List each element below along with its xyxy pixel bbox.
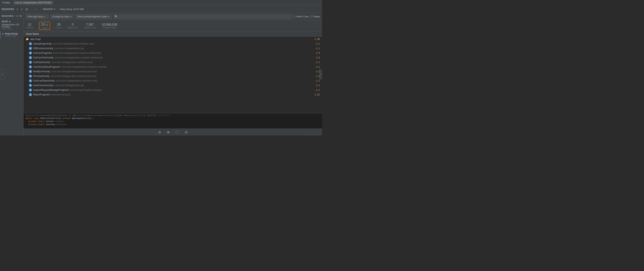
main-content: View app heap ▾ Arrange by class ▾ Show … [24,13,322,136]
count-label: Count [56,27,62,29]
toolbar: SESSIONS + ■ ⊟ ← MEMORY ▾ Heap Dump: 04:… [0,6,322,13]
root-leak-count: ⚠ 29 [314,38,320,41]
content-area: SESSIONS + ■ ⊟ 15:57 obdapplication (JB … [0,13,322,136]
match-case-checkbox-box[interactable] [293,16,296,18]
toolbar-separator [31,7,31,11]
retained-size-stat: 10,566,539 Retained Size [102,23,117,29]
expand-panel-button[interactable]: › [319,70,322,79]
session-item[interactable]: 15:57 obdapplication (JB HT518D) 5 min 7… [0,19,23,31]
collapse-sidebar-button[interactable]: ‹ [0,69,4,80]
leaks-stat: 29 ⚠ Leaks [39,22,50,30]
regex-label: Regex [313,15,320,18]
class-package: (com.bool.obdapplication.gb) [54,84,84,87]
view-app-dropdown[interactable]: View app heap ▾ [26,14,48,19]
session-duration: 5 min 7 sec [2,28,22,30]
item-leak-count: ⚠2 [316,75,320,78]
shallow-size-stat: 7,387 Shallow Size [84,23,96,29]
list-item[interactable]: C CarFaceTestActivity (com.bool.obdappli… [24,55,322,60]
toolbar-separator-2 [40,7,41,11]
stop-icon[interactable]: ■ [16,14,18,18]
class-name: CarScanPlateActivity [33,79,55,82]
view-app-label: View app heap [28,15,43,18]
app-container: Profiler com.b...bdapplication (JB HT518… [0,0,322,136]
list-item[interactable]: C ModifyUrlActivity (com.bool.obdapplica… [24,69,322,74]
shallow-size-value: 7,387 [86,23,94,27]
fit-screen-button[interactable]: ⛶ [174,130,180,135]
list-item[interactable]: C UploadImgActivity (com.bool.obdapplica… [24,42,322,46]
class-name: UploadImgActivity [33,42,52,45]
match-case-checkbox[interactable]: Match Case [293,15,309,18]
class-package: (com.bumptech.glide.manager) [70,89,102,91]
class-package: (com.bool.obdapplication.activities.pers… [52,70,97,73]
class-package: (com.bool.obdapplication.activities.scan… [56,79,97,82]
class-name: GBEmissionActivity [33,47,53,50]
heap-dump-icon: ⬇ [2,33,4,35]
tree-list[interactable]: 📁 app heap ⚠ 29 C UploadImgActivity (com… [24,37,322,113]
class-name: ModifyUrlActivity [33,70,50,73]
stats-row: 12 Classes 29 ⚠ Leaks 29 Count 0 Native [24,20,322,32]
class-package: (com.bool.obdapplication.activities.scan… [51,61,93,64]
count-stat: 29 Count [56,23,62,29]
root-name: app heap [30,38,313,41]
code-line-4: private static TextView textview; [26,123,320,126]
split-button[interactable]: ⊟ [25,7,29,11]
class-name: CarDetailActivity [33,61,50,64]
zoom-in-button[interactable]: ⊕ [166,130,171,135]
list-item[interactable]: C UserChooseActivity (com.bool.obdapplic… [24,83,322,88]
chevron-down-icon-2: ▾ [70,16,72,18]
split-icon[interactable]: ⊟ [19,14,22,18]
root-warning-icon: ⚠ [314,38,316,41]
arrange-by-dropdown[interactable]: Arrange by class ▾ [50,14,74,19]
item-leak-count: ⚠3 [316,52,320,54]
list-item[interactable]: C SupportRequestManagerFragment (com.bum… [24,88,322,92]
list-item[interactable]: C CarFaceFragment (com.bool.obdapplicati… [24,51,322,55]
native-size-value: 0 [72,23,74,27]
class-icon: C [29,61,32,64]
class-name: ReportFragment [33,93,50,96]
class-package: (com.bool.obdapplication.activities.scan… [53,42,94,45]
active-tab[interactable]: com.b...bdapplication (JB HT518D) [13,1,53,5]
stop-button[interactable]: ■ [20,8,23,11]
zoom-out-button[interactable]: ⊖ [157,130,162,135]
native-size-label: Native Size [68,27,78,29]
class-name: PersonalActivity [33,75,50,78]
retained-size-value: 10,566,539 [102,23,117,27]
class-package: (androidx.lifecycle) [51,93,70,96]
list-item[interactable]: C CarDetailActivity (com.bool.obdapplica… [24,60,322,65]
regex-checkbox-box[interactable] [310,16,312,18]
class-icon: C [29,79,32,82]
add-session-button[interactable]: + [16,7,19,11]
back-button[interactable]: ← [34,7,38,11]
count-value: 29 [57,23,60,27]
list-item[interactable]: C GBEmissionActivity (com.bool.obdapplic… [24,46,322,51]
list-item[interactable]: C CarInfoListShowFragment (com.bool.obda… [24,65,322,69]
class-name: SupportRequestManagerFragment [33,89,69,91]
tree-root-item[interactable]: 📁 app heap ⚠ 29 [24,37,322,42]
classes-value: 12 [28,23,32,27]
filter-bar: View app heap ▾ Arrange by class ▾ Show … [24,13,322,20]
session-time-row: 15:57 [2,20,22,23]
regex-checkbox[interactable]: Regex [310,15,320,18]
show-activity-dropdown[interactable]: Show activity/fragment Leaks ▾ [75,14,112,19]
search-box[interactable]: 🔍 [113,14,292,19]
item-leak-count: ⚠1 [316,66,320,68]
list-item[interactable]: C ReportFragment (androidx.lifecycle) ⚠1… [24,92,322,97]
code-area: 回头ContentTextView的问题还是有很大的优化空间——但，翻遍了act… [24,113,322,129]
heap-dump-label: Heap Dump: 04:37.096 [60,8,84,11]
list-item[interactable]: C CarScanPlateActivity (com.bool.obdappl… [24,79,322,83]
class-icon: C [29,47,32,50]
shallow-size-label: Shallow Size [84,27,96,29]
code-line-2: public class MemoryTestActivity extends … [26,117,320,120]
item-leak-count: ⚠3 [316,56,320,59]
leaks-warning-icon: ⚠ [46,23,48,26]
class-package: (com.bool.obdapplication.fragment.carfac… [53,52,101,54]
heap-dump-info: Heap Dump 00:04:37.096 [5,32,18,37]
chevron-down-icon-3: ▾ [108,16,110,18]
heap-dump-item[interactable]: ⬇ Heap Dump 00:04:37.096 [0,31,23,38]
chevron-down-icon: ▾ [44,16,45,18]
show-activity-label: Show activity/fragment Leaks [77,15,107,18]
watermark: CSDN @yangzu888 [304,133,320,135]
add-icon[interactable]: + [13,14,16,18]
list-item[interactable]: C PersonalActivity (com.bool.obdapplicat… [24,74,322,79]
record-button[interactable]: ⊡ [183,130,189,135]
